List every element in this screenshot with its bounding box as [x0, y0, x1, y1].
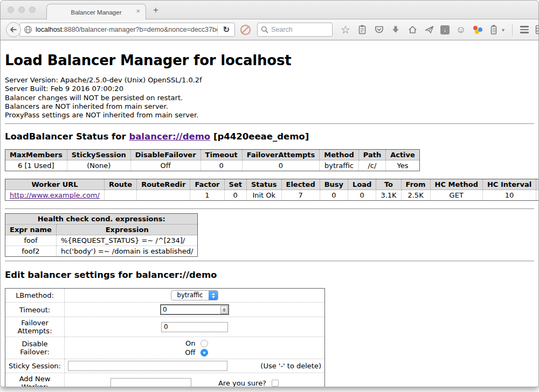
- note-proxypass: ProxyPass settings are NOT inherited fro…: [5, 111, 534, 120]
- feedback-smiley-icon[interactable]: ☺: [455, 24, 466, 36]
- tab-bar: Balancer Manager × +: [1, 1, 538, 19]
- bookmark-star-icon[interactable]: ☆: [340, 24, 351, 36]
- worker-table: Worker URL Route RouteRedir Factor Set S…: [5, 179, 538, 201]
- sticky-session-label: Sticky Session:: [5, 359, 65, 373]
- window-controls: [8, 6, 36, 13]
- col-active: Active: [386, 150, 420, 160]
- close-window-button[interactable]: [8, 6, 14, 13]
- are-you-sure-label: Are you sure?: [218, 379, 266, 387]
- divider: [5, 208, 534, 209]
- search-input[interactable]: [271, 26, 325, 33]
- menu-hamburger-icon[interactable]: [520, 26, 529, 33]
- balancer-status-table: MaxMembers StickySession DisableFailover…: [5, 149, 420, 171]
- col-stickysession: StickySession: [67, 150, 130, 160]
- timeout-input[interactable]: 0: [160, 304, 229, 315]
- table-header-row: Worker URL Route RouteRedir Factor Set S…: [5, 179, 539, 190]
- table-header-row: MaxMembers StickySession DisableFailover…: [5, 150, 420, 160]
- download-manager-icon[interactable]: ↓: [440, 25, 450, 34]
- note-balancers: Balancers are NOT inherited from main se…: [5, 102, 534, 111]
- divider: [5, 123, 534, 124]
- disable-failover-label: Disable Failover:: [5, 337, 65, 359]
- radio-off-label: Off: [182, 348, 196, 357]
- number-stepper-icon[interactable]: [220, 306, 227, 314]
- col-path: Path: [358, 150, 385, 160]
- table-row: 6 [1 Used] (None) Off 0 0 bytraffic /c/ …: [5, 160, 420, 171]
- col-timeout: Timeout: [201, 150, 242, 160]
- server-built: Server Built: Feb 9 2016 07:00:20: [5, 85, 534, 93]
- are-you-sure-checkbox[interactable]: [272, 380, 279, 387]
- failover-attempts-input[interactable]: [161, 322, 228, 332]
- new-tab-button[interactable]: +: [153, 5, 158, 16]
- status-heading-prefix: LoadBalancer Status for: [5, 131, 126, 142]
- add-worker-row: Add New Worker: Are you sure?: [5, 373, 325, 387]
- divider: [5, 261, 534, 262]
- col-method: Method: [320, 150, 358, 160]
- status-heading: LoadBalancer Status for balancer://demo …: [5, 131, 534, 142]
- url-host: localhost: [36, 26, 62, 33]
- page-content: Load Balancer Manager for localhost Serv…: [1, 40, 538, 387]
- lbmethod-select[interactable]: bytraffic: [171, 290, 218, 300]
- page-title: Load Balancer Manager for localhost: [5, 52, 534, 68]
- zoom-window-button[interactable]: [29, 6, 36, 13]
- addon-colored-dots-icon[interactable]: [472, 25, 482, 34]
- toolbar-icons: ☆: [340, 24, 539, 36]
- clipboard-icon[interactable]: [357, 24, 368, 36]
- table-row: foof %{REQUEST_STATUS} =~ /^[234]/: [5, 235, 198, 246]
- col-maxmembers: MaxMembers: [5, 150, 67, 160]
- status-heading-suffix: [p4420eeae_demo]: [213, 131, 309, 142]
- url-bar[interactable]: localhost:8880/balancer-manager?b=demo&n…: [19, 23, 235, 37]
- balancer-demo-link[interactable]: balancer://demo: [129, 131, 210, 142]
- toolbar-separator: [512, 24, 513, 36]
- sticky-session-hint: (Use '-' to delete): [260, 362, 321, 370]
- health-table-title: Health check cond. expressions:: [5, 214, 198, 225]
- pocket-icon[interactable]: [374, 24, 384, 36]
- failover-attempts-label: Failover Attempts:: [5, 317, 65, 337]
- server-version: Server Version: Apache/2.5.0-dev (Unix) …: [5, 76, 534, 85]
- url-text[interactable]: localhost:8880/balancer-manager?b=demo&n…: [36, 26, 217, 33]
- server-info: Server Version: Apache/2.5.0-dev (Unix) …: [5, 76, 534, 120]
- disable-failover-off-radio[interactable]: [201, 349, 208, 356]
- chevron-down-icon[interactable]: ▾: [502, 27, 505, 33]
- note-persist: Balancer changes will NOT be persisted o…: [5, 94, 534, 102]
- content-blocked-icon[interactable]: [240, 25, 251, 35]
- tab-title: Balancer Manager: [71, 9, 122, 16]
- table-row: http://www.example.com/ 1 0 Init Ok 7 0 …: [5, 190, 539, 201]
- worker-url-link[interactable]: http://www.example.com/: [10, 191, 100, 199]
- downloads-icon[interactable]: [390, 24, 401, 36]
- back-button[interactable]: [6, 22, 21, 37]
- back-arrow-icon: [9, 25, 18, 34]
- lbmethod-label: LBmethod:: [5, 289, 65, 303]
- tab-close-icon[interactable]: ×: [136, 8, 140, 15]
- health-check-table: Health check cond. expressions: Expr nam…: [5, 213, 198, 257]
- search-icon: [261, 26, 268, 33]
- add-worker-label: Add New Worker:: [5, 373, 65, 387]
- home-icon[interactable]: [407, 24, 418, 36]
- timeout-row: Timeout: 0: [5, 303, 325, 317]
- browser-window: Balancer Manager × + localhost:8880/bala…: [0, 0, 539, 387]
- disable-failover-row: Disable Failover: On Off: [5, 337, 325, 359]
- search-bar[interactable]: [257, 23, 333, 37]
- sticky-session-row: Sticky Session: (Use '-' to delete): [5, 359, 325, 373]
- site-identity-globe-icon[interactable]: [24, 25, 32, 34]
- send-plane-icon[interactable]: [424, 24, 434, 36]
- table-row: foof2 hc('body') =~ /domain is establish…: [5, 246, 198, 257]
- lbmethod-row: LBmethod: bytraffic: [5, 289, 325, 303]
- col-disablefailover: DisableFailover: [130, 150, 201, 160]
- navigation-toolbar: localhost:8880/balancer-manager?b=demo&n…: [1, 19, 538, 40]
- table-header-row: Expr name Expression: [5, 225, 198, 235]
- lbmethod-selected-value: bytraffic: [171, 291, 209, 300]
- url-path: :8880/balancer-manager?b=demo&nonce=decc…: [62, 26, 217, 33]
- sticky-session-input[interactable]: [68, 361, 227, 371]
- disable-failover-on-radio[interactable]: [201, 340, 208, 347]
- grid-extension-icon[interactable]: [535, 24, 539, 36]
- select-stepper-icon: [209, 291, 218, 300]
- timeout-value: 0: [161, 306, 220, 313]
- failover-attempts-row: Failover Attempts:: [5, 317, 325, 337]
- tab-balancer-manager[interactable]: Balancer Manager ×: [46, 4, 146, 20]
- reload-button[interactable]: ↻: [218, 25, 234, 34]
- edit-balancer-form: LBmethod: bytraffic Timeout: 0: [5, 288, 325, 387]
- battery-extension-icon[interactable]: [488, 24, 499, 36]
- minimize-window-button[interactable]: [18, 6, 25, 13]
- col-failoverattempts: FailoverAttempts: [242, 150, 320, 160]
- add-worker-input[interactable]: [110, 378, 191, 387]
